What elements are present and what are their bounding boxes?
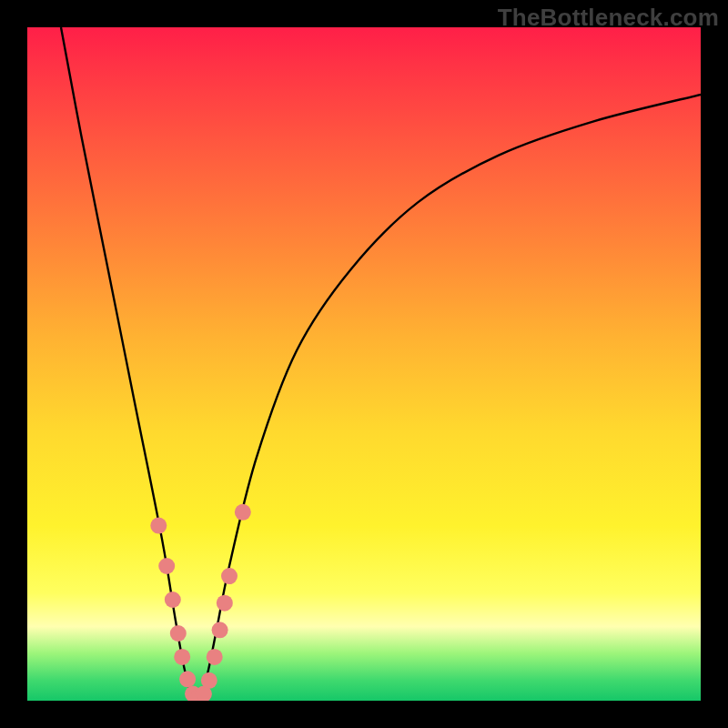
- highlight-point: [212, 622, 228, 638]
- highlight-point: [235, 504, 251, 521]
- highlight-point: [196, 686, 212, 701]
- highlight-point: [158, 558, 175, 574]
- highlight-point: [221, 568, 238, 584]
- highlight-point: [185, 686, 201, 701]
- plot-area: [27, 27, 701, 701]
- highlight-point: [217, 595, 233, 612]
- highlight-point: [190, 689, 207, 701]
- highlight-point: [165, 592, 181, 608]
- highlight-point: [207, 649, 223, 665]
- highlight-point: [201, 672, 217, 689]
- chart-frame: TheBottleneck.com: [0, 0, 728, 728]
- highlight-point: [179, 671, 196, 687]
- highlight-point: [170, 625, 187, 642]
- highlight-point: [150, 518, 167, 534]
- highlight-point: [174, 649, 190, 665]
- bottleneck-curve: [61, 27, 701, 701]
- highlight-markers: [150, 504, 250, 701]
- curve-svg: [27, 27, 701, 701]
- watermark-text: TheBottleneck.com: [498, 4, 719, 32]
